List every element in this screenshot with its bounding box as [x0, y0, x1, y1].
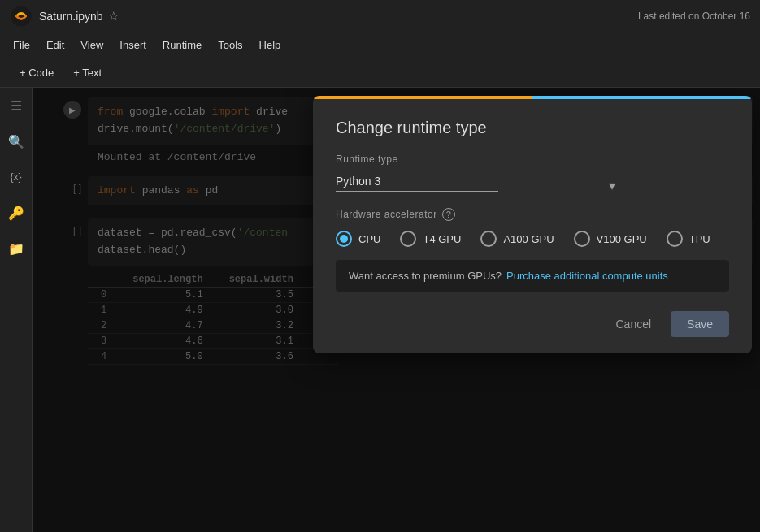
menu-runtime[interactable]: Runtime [156, 36, 208, 54]
radio-circle-cpu [336, 231, 352, 247]
hardware-label-row: Hardware accelerator ? [336, 208, 729, 221]
radio-label-a100gpu: A100 GPU [503, 233, 554, 245]
radio-cpu[interactable]: CPU [336, 231, 380, 247]
radio-circle-a100gpu [480, 231, 497, 247]
notebook-title[interactable]: Saturn.ipynb [39, 10, 103, 23]
purchase-link[interactable]: Purchase additional compute units [506, 270, 668, 282]
runtime-type-container: Python 3 R ▾ [336, 171, 729, 192]
toolbar: + Code + Text [0, 58, 760, 88]
last-edited-text: Last edited on October 16 [638, 11, 750, 22]
dialog-buttons: Cancel Save [336, 305, 729, 337]
dropdown-arrow-icon: ▾ [609, 178, 615, 193]
radio-t4gpu[interactable]: T4 GPU [400, 231, 461, 247]
add-code-button[interactable]: + Code [13, 63, 60, 82]
radio-label-cpu: CPU [358, 233, 380, 245]
runtime-type-label: Runtime type [336, 154, 729, 165]
sidebar-search-icon[interactable]: 🔍 [5, 130, 28, 153]
info-box: Want access to premium GPUs? Purchase ad… [336, 260, 729, 292]
radio-a100gpu[interactable]: A100 GPU [480, 231, 554, 247]
sidebar-key-icon[interactable]: 🔑 [5, 201, 28, 224]
radio-tpu[interactable]: TPU [667, 231, 710, 247]
sidebar-files-icon[interactable]: 📁 [5, 237, 28, 260]
svg-point-0 [11, 6, 31, 26]
hardware-accelerator-label: Hardware accelerator [336, 209, 437, 220]
cancel-button[interactable]: Cancel [602, 311, 664, 337]
dialog-body: Change runtime type Runtime type Python … [313, 99, 752, 353]
notebook-area: ▶ from google.colab import drive drive.m… [33, 88, 760, 532]
help-icon[interactable]: ? [442, 208, 455, 221]
menu-edit[interactable]: Edit [40, 36, 71, 54]
main-area: ☰ 🔍 {x} 🔑 📁 ▶ from google.colab import d… [0, 88, 760, 532]
radio-label-tpu: TPU [689, 233, 710, 245]
save-button[interactable]: Save [671, 311, 729, 337]
menu-help[interactable]: Help [253, 36, 288, 54]
sidebar-menu-icon[interactable]: ☰ [5, 94, 28, 117]
dialog: Change runtime type Runtime type Python … [313, 96, 752, 353]
radio-circle-tpu [667, 231, 683, 247]
radio-circle-v100gpu [574, 231, 590, 247]
radio-circle-t4gpu [400, 231, 416, 247]
modal-overlay: Change runtime type Runtime type Python … [33, 88, 760, 532]
info-text: Want access to premium GPUs? [349, 270, 502, 282]
accelerator-radio-group: CPU T4 GPU A100 GPU [336, 231, 729, 247]
title-bar: Saturn.ipynb ☆ Last edited on October 16 [0, 0, 760, 32]
colab-logo [10, 5, 33, 28]
dialog-title: Change runtime type [336, 119, 729, 137]
radio-label-v100gpu: V100 GPU [597, 233, 647, 245]
menu-view[interactable]: View [74, 36, 110, 54]
add-text-button[interactable]: + Text [67, 63, 108, 82]
radio-label-t4gpu: T4 GPU [423, 233, 461, 245]
menu-tools[interactable]: Tools [211, 36, 249, 54]
radio-v100gpu[interactable]: V100 GPU [574, 231, 647, 247]
runtime-type-select[interactable]: Python 3 R [336, 171, 498, 192]
sidebar: ☰ 🔍 {x} 🔑 📁 [0, 88, 33, 532]
menu-file[interactable]: File [7, 36, 37, 54]
menu-bar: File Edit View Insert Runtime Tools Help [0, 32, 760, 58]
sidebar-code-icon[interactable]: {x} [5, 166, 28, 188]
star-icon[interactable]: ☆ [108, 9, 119, 24]
menu-insert[interactable]: Insert [113, 36, 153, 54]
